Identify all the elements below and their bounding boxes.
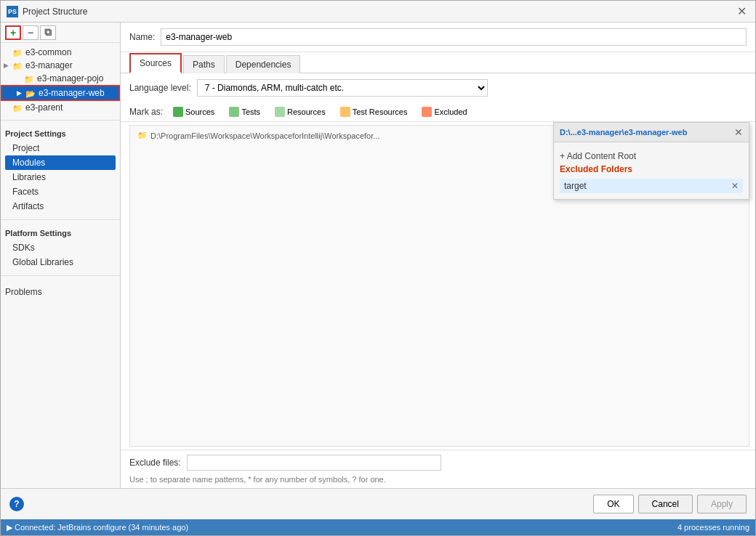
close-button[interactable]: ✕: [734, 6, 749, 17]
mark-excluded-badge[interactable]: Excluded: [417, 105, 471, 118]
divider-2: [1, 219, 120, 220]
status-bar: ▶ Connected: JetBrains configure (34 min…: [1, 519, 755, 535]
folder-icon: [24, 74, 34, 83]
divider-3: [1, 275, 120, 276]
content-area: Language level: 7 - Diamonds, ARM, multi…: [121, 73, 755, 488]
ok-button[interactable]: OK: [593, 495, 633, 513]
tree-item-e3-common[interactable]: e3-common: [1, 46, 120, 59]
remove-module-button[interactable]: −: [23, 25, 39, 40]
exclude-files-label: Exclude files:: [129, 458, 181, 468]
excluded-folders-label: Excluded Folders: [560, 164, 743, 174]
popup-body: + Add Content Root Excluded Folders targ…: [554, 142, 749, 199]
app-icon: PS: [7, 6, 18, 17]
sidebar-item-modules[interactable]: Modules: [5, 155, 116, 170]
copy-module-button[interactable]: ⧉: [40, 25, 56, 40]
popup-panel: D:\...e3-manager\e3-manager-web ✕ + Add …: [553, 122, 749, 200]
sidebar-item-project[interactable]: Project: [5, 141, 116, 155]
tab-dependencies[interactable]: Dependencies: [226, 55, 301, 73]
window-title: Project Structure: [23, 7, 87, 17]
folder-icon: [25, 89, 36, 97]
status-right: 4 processes running: [677, 523, 749, 532]
sidebar-item-global-libraries[interactable]: Global Libraries: [5, 255, 116, 269]
mark-as-row: Mark as: Sources Tests Resources: [121, 102, 755, 121]
mark-tests-badge[interactable]: Tests: [225, 105, 265, 118]
file-list-area: 📁 D:\ProgramFiles\Workspace\Workspacefor…: [121, 121, 755, 450]
tab-sources[interactable]: Sources: [129, 53, 182, 73]
add-module-button[interactable]: +: [5, 25, 21, 40]
cancel-button[interactable]: Cancel: [638, 495, 693, 513]
popup-header: D:\...e3-manager\e3-manager-web ✕: [554, 123, 749, 142]
apply-button[interactable]: Apply: [697, 495, 747, 513]
sources-icon: [173, 107, 183, 117]
tree-item-e3-manager[interactable]: ▶ e3-manager: [1, 59, 120, 72]
divider: [1, 120, 120, 121]
mark-resources-badge[interactable]: Resources: [270, 105, 330, 118]
test-resources-icon: [340, 107, 350, 117]
file-path: D:\ProgramFiles\Workspace\WorkspaceforIn…: [150, 131, 379, 140]
right-panel: Name: Sources Paths Dependencies Languag…: [121, 23, 755, 488]
sidebar-item-problems[interactable]: Problems: [1, 279, 120, 302]
folder-icon: [12, 48, 23, 57]
tree-item-e3-parent[interactable]: e3-parent: [1, 101, 120, 114]
platform-settings-section: Platform Settings SDKs Global Libraries: [1, 223, 120, 272]
tree-item-e3-manager-pojo[interactable]: e3-manager-pojo: [1, 72, 120, 85]
add-content-root-button[interactable]: + Add Content Root: [560, 148, 743, 164]
sidebar-item-libraries[interactable]: Libraries: [5, 170, 116, 184]
name-label: Name:: [129, 32, 155, 42]
name-row: Name:: [121, 23, 755, 52]
tab-paths[interactable]: Paths: [183, 55, 225, 73]
status-left: ▶ Connected: JetBrains configure (34 min…: [7, 523, 188, 532]
resources-icon: [275, 107, 285, 117]
folder-icon: [12, 103, 23, 112]
left-panel: + − ⧉ e3-common ▶ e3-manager: [1, 23, 121, 488]
module-tree: e3-common ▶ e3-manager e3-manager-pojo ▶…: [1, 43, 120, 117]
folder-icon: [12, 61, 23, 70]
platform-settings-label: Platform Settings: [5, 229, 116, 237]
language-row: Language level: 7 - Diamonds, ARM, multi…: [121, 73, 755, 102]
excluded-item-label: target: [564, 181, 587, 191]
mark-as-label: Mark as:: [129, 107, 163, 117]
sidebar-item-sdks[interactable]: SDKs: [5, 240, 116, 255]
hint-text: Use ; to separate name patterns, * for a…: [121, 475, 755, 488]
main-content: + − ⧉ e3-common ▶ e3-manager: [1, 23, 755, 488]
module-name-input[interactable]: [161, 28, 747, 46]
language-level-label: Language level:: [129, 83, 191, 93]
help-button[interactable]: ?: [9, 497, 24, 511]
excluded-icon: [422, 107, 432, 117]
project-settings-label: Project Settings: [5, 129, 116, 138]
exclude-files-row: Exclude files:: [121, 450, 755, 475]
bottom-bar: ? OK Cancel Apply: [1, 488, 755, 519]
tabs-row: Sources Paths Dependencies: [121, 52, 755, 73]
project-structure-window: PS Project Structure ✕ + − ⧉ e3-common: [0, 0, 756, 536]
tree-item-e3-manager-web[interactable]: ▶ e3-manager-web: [1, 85, 120, 101]
language-level-select[interactable]: 7 - Diamonds, ARM, multi-catch etc.: [197, 79, 488, 97]
popup-path: D:\...e3-manager\e3-manager-web: [560, 128, 687, 137]
mark-test-resources-badge[interactable]: Test Resources: [336, 105, 412, 118]
folder-icon-sm: 📁: [137, 131, 148, 140]
tests-icon: [229, 107, 239, 117]
excluded-item-close-button[interactable]: ✕: [731, 181, 739, 191]
mark-sources-badge[interactable]: Sources: [169, 105, 219, 118]
title-bar: PS Project Structure ✕: [1, 1, 755, 23]
excluded-item-target: target ✕: [560, 179, 743, 193]
sidebar-item-facets[interactable]: Facets: [5, 184, 116, 199]
project-settings-section: Project Settings Project Modules Librari…: [1, 123, 120, 216]
sidebar-item-artifacts[interactable]: Artifacts: [5, 199, 116, 214]
exclude-files-input[interactable]: [187, 455, 441, 471]
toolbar-row: + − ⧉: [1, 23, 120, 43]
popup-close-button[interactable]: ✕: [734, 126, 743, 138]
